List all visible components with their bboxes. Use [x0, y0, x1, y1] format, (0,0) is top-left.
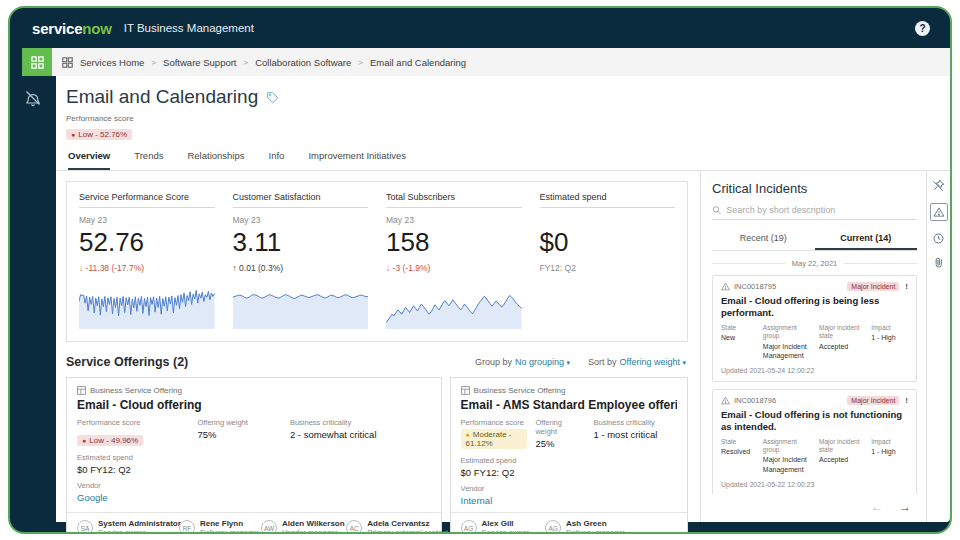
incident-number[interactable]: INC0018795 [734, 282, 776, 291]
field-label: Impact [871, 324, 908, 332]
breadcrumb-item-services-home[interactable]: Services Home [80, 57, 144, 68]
major-incident-badge: Major Incident [847, 282, 899, 291]
field-value: Major Incident Management [763, 455, 814, 473]
body-row: Service Performance Score May 23 52.76 ↓… [56, 171, 950, 522]
offering-title[interactable]: Email - Cloud offering [77, 398, 431, 412]
group-by-select[interactable]: Group byNo grouping ▾ [475, 357, 570, 367]
kpi-period: May 23 [233, 215, 369, 225]
offering-performance: Performance score ●Moderate - 61.12% [461, 418, 528, 450]
field-label: Major incident state [819, 438, 866, 455]
offering-card-email-cloud[interactable]: Business Service Offering Email - Cloud … [66, 377, 442, 534]
offering-spend: Estimated spend $0 FY12: Q2 [461, 456, 677, 478]
grid-icon [31, 56, 44, 69]
person-service-owner[interactable]: SA System AdministratorService owner [77, 519, 163, 534]
avatar: AG [545, 520, 561, 534]
incident-pagination: ← → [712, 494, 917, 522]
field-label: State [721, 438, 758, 446]
field-value: $0 FY12: Q2 [461, 467, 677, 478]
field-value: Accepted [819, 455, 866, 464]
group-by-value[interactable]: No grouping [515, 357, 564, 367]
major-incident-badge: Major Incident [847, 396, 899, 405]
person-delivery-manager[interactable]: AG Ash GreenDelivery manager [545, 519, 625, 534]
tab-relationships[interactable]: Relationships [187, 150, 244, 170]
person-role: Service owner [98, 528, 181, 534]
field-label: Estimated spend [77, 453, 431, 462]
tab-info[interactable]: Info [269, 150, 285, 170]
field-label: Assignment group [763, 438, 814, 455]
left-rail [10, 76, 56, 532]
field-value: 1 - High [871, 447, 908, 456]
person-service-owner[interactable]: AG Alex GillService owner [461, 519, 530, 534]
services-grid-icon [62, 57, 73, 68]
person-role: Primary external contact [367, 528, 448, 534]
offering-performance-badge: ●Low - 49.96% [77, 435, 143, 446]
previous-page-arrow[interactable]: ← [871, 500, 883, 514]
pin-slash-icon[interactable] [932, 179, 945, 192]
sparkline-empty-cell [540, 283, 676, 329]
incident-card-INC0018796[interactable]: INC0018796 Major Incident! Email - Cloud… [712, 389, 917, 494]
tab-trends[interactable]: Trends [134, 150, 163, 170]
kpi-period: May 23 [79, 215, 215, 225]
person-name: Alden Wilkerson [282, 519, 345, 528]
incident-number[interactable]: INC0018796 [734, 396, 776, 405]
offering-type-icon [77, 386, 86, 395]
alert-indicator: ! [905, 282, 908, 291]
offering-weight: Offering weight 25% [535, 418, 585, 450]
person-name: Rene Flynn [200, 519, 259, 528]
person-primary-external-contact[interactable]: AC Adela CervantszPrimary external conta… [346, 519, 430, 534]
incident-card-INC0018795[interactable]: INC0018795 Major Incident! Email - Cloud… [712, 275, 917, 382]
field-label: Offering weight [198, 418, 282, 427]
person-delivery-manager[interactable]: RF Rene FlynnDelivery manager [179, 519, 245, 534]
alert-triangle-icon[interactable] [930, 203, 948, 221]
vendor-link[interactable]: Google [77, 492, 431, 503]
history-icon[interactable] [932, 232, 945, 245]
offering-type-icon [461, 386, 470, 395]
help-icon[interactable]: ? [915, 21, 930, 36]
app-launcher-button[interactable] [22, 48, 52, 76]
field-label: Estimated spend [461, 456, 677, 465]
incidents-title: Critical Incidents [712, 181, 917, 196]
tab-recent[interactable]: Recent (19) [712, 227, 815, 250]
offering-vendor: Vendor Internal [461, 484, 677, 506]
offering-type-label: Business Service Offering [474, 386, 566, 395]
breadcrumb-separator: > [244, 58, 249, 67]
tab-improvement-initiatives[interactable]: Improvement Initiatives [308, 150, 406, 170]
sort-by-select[interactable]: Sort byOffering weight ▾ [588, 357, 686, 367]
offering-title[interactable]: Email - AMS Standard Employee offering [461, 398, 677, 412]
offering-card-email-ams[interactable]: Business Service Offering Email - AMS St… [450, 377, 688, 534]
offering-people: SA System AdministratorService owner RF … [67, 512, 441, 534]
badge-text: Moderate - 61.12% [466, 430, 512, 448]
field-label: Business criticality [593, 418, 677, 427]
field-value: 1 - High [871, 333, 908, 342]
next-page-arrow[interactable]: → [899, 500, 911, 514]
breadcrumb-item-collaboration-software[interactable]: Collaboration Software [255, 57, 351, 68]
incident-list: INC0018795 Major Incident! Email - Cloud… [712, 270, 917, 494]
avatar: AG [461, 520, 477, 534]
breadcrumb-item-email-and-calendaring[interactable]: Email and Calendaring [370, 57, 466, 68]
breadcrumb-separator: > [358, 58, 363, 67]
offering-vendor: Vendor Google [77, 481, 431, 503]
field-value: Major Incident Management [763, 342, 814, 360]
offering-performance-badge: ●Moderate - 61.12% [461, 429, 528, 449]
offering-criticality: Business criticality 2 - somewhat critic… [290, 418, 431, 447]
field-value: 1 - most critical [593, 429, 677, 440]
performance-score-label: Performance score [66, 114, 936, 123]
page-title: Email and Calendaring [66, 86, 258, 108]
tag-icon[interactable] [266, 91, 279, 104]
breadcrumb-item-software-support[interactable]: Software Support [163, 57, 236, 68]
search-input[interactable] [726, 205, 917, 215]
attachment-icon[interactable] [932, 256, 945, 269]
tab-overview[interactable]: Overview [68, 150, 110, 170]
badge-dot: ● [466, 431, 470, 438]
sort-by-value[interactable]: Offering weight [620, 357, 680, 367]
person-vendor-manager[interactable]: AW Alden WilkersonVendor manager [261, 519, 330, 534]
vendor-link[interactable]: Internal [461, 495, 677, 506]
sparkline-total-subscribers [386, 283, 522, 329]
tab-current[interactable]: Current (14) [815, 227, 918, 250]
offering-weight: Offering weight 75% [198, 418, 282, 447]
bell-slash-icon[interactable] [24, 89, 42, 107]
product-name: IT Business Management [124, 22, 254, 34]
field-value: Resolved [721, 447, 758, 456]
servicenow-logo[interactable]: servicenow [32, 20, 112, 37]
incident-search[interactable] [712, 205, 917, 220]
